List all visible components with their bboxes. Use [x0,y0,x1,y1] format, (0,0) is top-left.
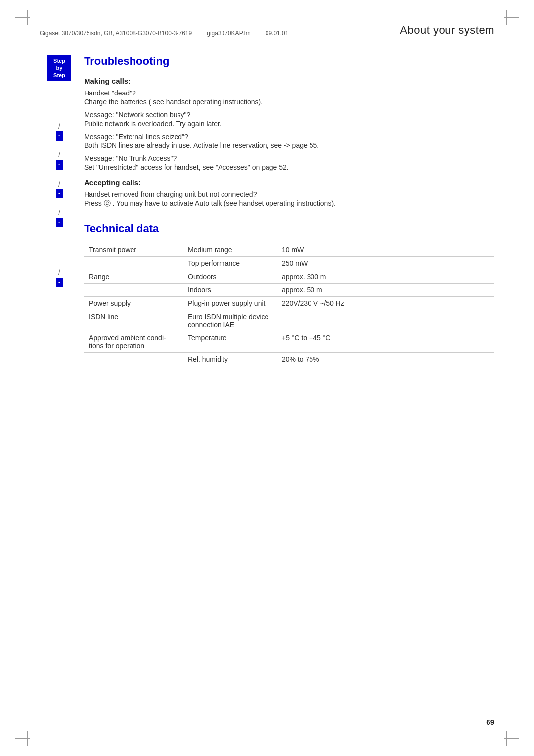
tech-row-5: ISDN lineEuro ISDN multiple device conne… [84,310,494,331]
step-by-step-sidebar: Step by Step / - / - / - / - [40,55,79,366]
tech-label-3 [84,284,183,297]
tech-label-5: ISDN line [84,310,183,331]
header-meta-date: 09.01.01 [266,30,289,37]
tech-row-6: Approved ambient condi-tions for operati… [84,331,494,353]
indicator-group-1: / - [56,122,63,141]
trouble-answer-2: Public network is overloaded. Try again … [84,120,494,128]
trouble-item-1: Handset "dead"? Charge the batteries ( s… [84,89,494,106]
accepting-calls-section: Accepting calls: Handset removed from ch… [84,178,494,208]
header-meta-file: giga3070KAP.fm [207,30,251,37]
trouble-question-1: Handset "dead"? [84,89,494,97]
trouble-answer-1: Charge the batteries ( see handset opera… [84,98,494,106]
page-header: Gigaset 3070/3075isdn, GB, A31008-G3070-… [0,0,534,40]
tech-label-7 [84,353,183,366]
trouble-item-4: Message: "No Trunk Access"? Set "Unrestr… [84,154,494,171]
corner-hline-tl [15,17,30,18]
tech-sublabel-3: Indoors [183,284,277,297]
indicator-group-4: / - [56,208,63,227]
page-number: 69 [486,718,494,726]
tech-row-0: Transmit powerMedium range10 mW [84,243,494,257]
accepting-calls-label: Accepting calls: [84,178,494,187]
step-badge-line3: Step [53,72,65,78]
tech-sublabel-4: Plug-in power supply unit [183,297,277,310]
making-calls-label: Making calls: [84,77,494,85]
corner-vline-bl [27,731,28,746]
main-content: Step by Step / - / - / - / - [0,40,534,366]
slash-icon-4: / [58,208,60,218]
technical-data-section: Technical data Transmit powerMedium rang… [84,222,494,366]
trouble-question-4: Message: "No Trunk Access"? [84,154,494,162]
corner-hline-bl [15,738,30,739]
tech-value-7: 20% to 75% [277,353,494,366]
corner-hline-tr [504,17,519,18]
header-section-title: About your system [400,24,494,37]
tech-label-6: Approved ambient condi-tions for operati… [84,331,183,353]
step-badge-line1: Step [53,58,65,64]
trouble-question-2: Message: "Network section busy"? [84,111,494,119]
slash-icon-3: / [58,180,60,189]
dash-badge-5: - [56,278,63,287]
tech-value-4: 220V/230 V ~/50 Hz [277,297,494,310]
corner-hline-br [504,738,519,739]
slash-icon-1: / [58,122,60,132]
tech-sublabel-5: Euro ISDN multiple device connection IAE [183,310,277,331]
tech-sublabel-7: Rel. humidity [183,353,277,366]
troubleshooting-title: Troubleshooting [84,55,494,68]
indicator-group-3: / - [56,180,63,198]
tech-label-4: Power supply [84,297,183,310]
tech-value-5 [277,310,494,331]
indicator-group-2: / - [56,150,63,169]
tech-label-2: Range [84,270,183,284]
step-badge-line2: by [56,65,63,71]
content-area: Troubleshooting Making calls: Handset "d… [79,55,494,366]
dash-badge-3: - [56,189,63,198]
accepting-item-1: Handset removed from charging unit but n… [84,190,494,208]
tech-row-2: RangeOutdoorsapprox. 300 m [84,270,494,284]
slash-icon-5: / [58,268,60,278]
dash-badge-2: - [56,160,63,170]
header-meta: Gigaset 3070/3075isdn, GB, A31008-G3070-… [40,30,288,37]
step-badge: Step by Step [47,55,71,81]
tech-value-2: approx. 300 m [277,270,494,284]
technical-data-title: Technical data [84,222,494,235]
tech-label-1 [84,257,183,270]
dash-badge-4: - [56,218,63,228]
indicator-group-5: / - [56,268,63,286]
tech-sublabel-6: Temperature [183,331,277,353]
trouble-item-3: Message: "External lines seized"? Both I… [84,133,494,149]
trouble-item-2: Message: "Network section busy"? Public … [84,111,494,128]
tech-sublabel-0: Medium range [183,243,277,257]
tech-value-0: 10 mW [277,243,494,257]
technical-data-table: Transmit powerMedium range10 mWTop perfo… [84,243,494,366]
accepting-answer-1: Press ⓒ . You may have to activate Auto … [84,199,494,208]
tech-sublabel-1: Top performance [183,257,277,270]
accepting-question-1: Handset removed from charging unit but n… [84,190,494,198]
trouble-answer-4: Set "Unrestricted" access for handset, s… [84,163,494,171]
header-meta-doc: Gigaset 3070/3075isdn, GB, A31008-G3070-… [40,30,192,37]
tech-label-0: Transmit power [84,243,183,257]
making-calls-items: Handset "dead"? Charge the batteries ( s… [84,89,494,171]
trouble-answer-3: Both ISDN lines are already in use. Acti… [84,142,494,149]
corner-vline-br [506,731,507,746]
tech-value-3: approx. 50 m [277,284,494,297]
tech-value-1: 250 mW [277,257,494,270]
dash-badge-1: - [56,131,63,141]
slash-icon-2: / [58,150,60,160]
trouble-question-3: Message: "External lines seized"? [84,133,494,141]
tech-row-4: Power supplyPlug-in power supply unit220… [84,297,494,310]
tech-value-6: +5 °C to +45 °C [277,331,494,353]
tech-row-1: Top performance250 mW [84,257,494,270]
troubleshooting-section: Troubleshooting Making calls: Handset "d… [84,55,494,208]
tech-sublabel-2: Outdoors [183,270,277,284]
tech-row-7: Rel. humidity20% to 75% [84,353,494,366]
tech-row-3: Indoorsapprox. 50 m [84,284,494,297]
page-container: Gigaset 3070/3075isdn, GB, A31008-G3070-… [0,0,534,756]
